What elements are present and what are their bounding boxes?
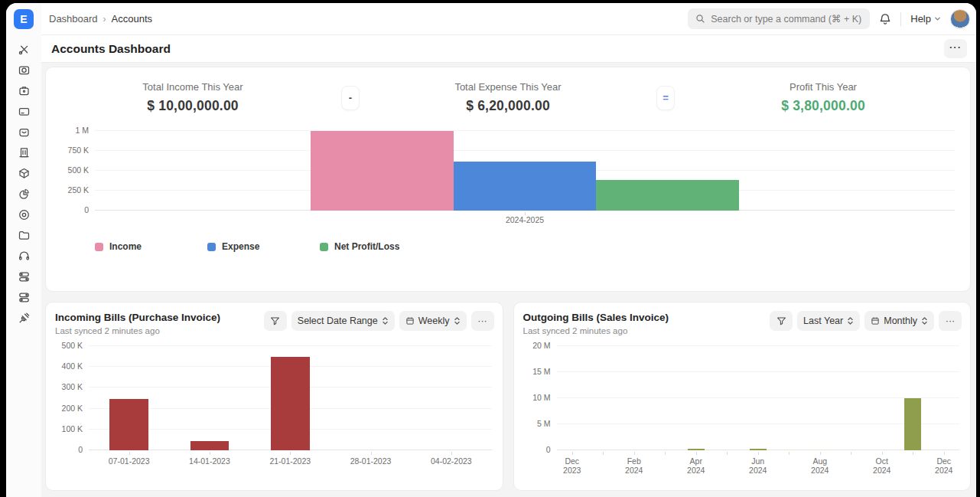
card-icon [18, 105, 31, 118]
main-chart: 1 M750 K500 K250 K0 2024-2025 [95, 131, 955, 224]
sidebar-item-building-icon[interactable] [15, 146, 33, 159]
bar-slot [897, 346, 929, 450]
sidebar-nav [15, 43, 33, 325]
stat-value: $ 3,80,000.00 [689, 98, 958, 114]
breadcrumb-separator: › [103, 14, 106, 25]
bar-slot [773, 346, 805, 450]
legend-swatch [95, 243, 103, 251]
breadcrumb-dashboard[interactable]: Dashboard [49, 13, 98, 25]
sidebar-item-shield-target-icon[interactable] [15, 208, 33, 221]
x-axis-tick-label: Apr 2024 [681, 452, 712, 475]
search-placeholder: Search or type a command (⌘ + K) [711, 13, 861, 25]
x-axis-tick-label: 14-01-2023 [169, 452, 249, 466]
panel-controls: Last Year Monthly ··· [770, 311, 962, 331]
x-axis-tick-label [711, 452, 743, 475]
date-range-select[interactable]: Select Date Range [291, 311, 395, 331]
layers-alt-icon [18, 291, 31, 304]
sidebar-item-camera-icon[interactable] [15, 64, 33, 77]
dashboard-more-button[interactable]: ··· [944, 39, 967, 58]
x-axis-tick-label: Feb 2024 [619, 452, 650, 475]
bar[interactable] [190, 441, 230, 450]
app-window: E Dashboard › Accounts Search or type a … [6, 3, 976, 497]
x-axis-tick-label [835, 452, 867, 475]
bar-slot [835, 346, 867, 450]
bar[interactable] [688, 449, 705, 450]
filter-button[interactable] [264, 311, 287, 331]
sidebar-item-shopping-bag-icon[interactable] [15, 126, 33, 139]
bar-slot [454, 131, 597, 211]
filter-icon [270, 316, 280, 326]
app-sidebar: E [6, 3, 41, 497]
bar[interactable] [780, 450, 797, 450]
equals-operator-badge: = [656, 86, 675, 110]
sidebar-item-headset-icon[interactable] [15, 250, 33, 263]
breadcrumb-accounts[interactable]: Accounts [112, 13, 152, 25]
bar-slot [711, 346, 743, 450]
period-select[interactable]: Weekly [399, 311, 467, 331]
x-axis-tick-label: Dec 2023 [557, 452, 588, 475]
minus-operator-badge: - [341, 86, 360, 110]
bar[interactable] [812, 450, 829, 450]
bar[interactable] [311, 131, 454, 211]
y-axis-tick-label: 20 M [532, 341, 550, 350]
chevron-down-icon [934, 15, 941, 22]
y-axis-tick-label: 5 M [537, 419, 551, 428]
bar[interactable] [109, 399, 148, 450]
sidebar-item-tools-icon[interactable] [15, 43, 33, 56]
notifications-bell-icon[interactable] [879, 13, 891, 25]
y-axis-tick-label: 250 K [68, 185, 89, 195]
bar[interactable] [454, 162, 597, 211]
tools-icon [18, 43, 31, 56]
x-axis-tick-label: 28-01-2023 [330, 452, 411, 466]
y-axis-tick-label: 500 K [68, 165, 89, 175]
bar-slot [169, 346, 249, 450]
bar-slot [330, 346, 411, 450]
sidebar-item-folder-icon[interactable] [15, 229, 33, 242]
y-axis-tick-label: 100 K [62, 424, 83, 433]
calendar-icon [871, 316, 880, 325]
legend-item[interactable]: Income [95, 241, 177, 252]
bar-slot [681, 346, 712, 450]
stat-label: Profit This Year [689, 81, 958, 93]
sidebar-item-card-icon[interactable] [15, 105, 33, 118]
bar[interactable] [271, 357, 310, 450]
search-icon [695, 14, 705, 24]
user-avatar[interactable] [950, 9, 970, 29]
y-axis-tick-label: 200 K [62, 404, 83, 413]
bar-slot [619, 346, 650, 450]
y-axis-tick-label: 400 K [62, 361, 83, 371]
date-range-select[interactable]: Last Year [797, 311, 860, 331]
x-axis-tick-label [650, 452, 681, 475]
camera-icon [18, 64, 31, 77]
sidebar-item-pie-chart-icon[interactable] [15, 188, 33, 201]
sidebar-item-box-icon[interactable] [15, 167, 33, 180]
folder-icon [18, 229, 31, 242]
panel-more-button[interactable]: ··· [471, 311, 494, 331]
period-select[interactable]: Monthly [864, 311, 934, 331]
topbar-divider [900, 12, 901, 26]
calendar-icon [405, 316, 415, 325]
bar[interactable] [596, 180, 739, 211]
y-axis-tick-label: 15 M [532, 367, 550, 376]
sidebar-item-layers-icon[interactable] [15, 270, 33, 283]
filter-button[interactable] [770, 311, 793, 331]
bar[interactable] [904, 398, 921, 450]
legend-label: Net Profit/Loss [334, 241, 399, 252]
sidebar-item-layers-alt-icon[interactable] [15, 291, 33, 304]
legend-item[interactable]: Net Profit/Loss [320, 241, 402, 252]
incoming-bills-panel: Incoming Bills (Purchase Invoice) Last s… [45, 302, 503, 491]
help-menu[interactable]: Help [910, 13, 941, 25]
sidebar-item-plug-icon[interactable] [15, 312, 33, 325]
outgoing-bills-panel: Outgoing Bills (Sales Invoice) Last sync… [513, 302, 972, 491]
x-axis-tick-label: Oct 2024 [867, 452, 898, 475]
y-axis-tick-label: 300 K [62, 382, 83, 391]
legend-item[interactable]: Expense [207, 241, 289, 252]
sidebar-item-camera-bag-icon[interactable] [15, 84, 33, 97]
panel-more-button[interactable]: ··· [939, 311, 962, 331]
overview-card: Total Income This Year $ 10,00,000.00 - … [45, 67, 971, 292]
app-logo[interactable]: E [14, 9, 34, 29]
bar[interactable] [750, 449, 767, 450]
legend-swatch [207, 243, 216, 251]
search-input[interactable]: Search or type a command (⌘ + K) [688, 8, 870, 29]
stat-label: Total Expense This Year [373, 81, 643, 93]
